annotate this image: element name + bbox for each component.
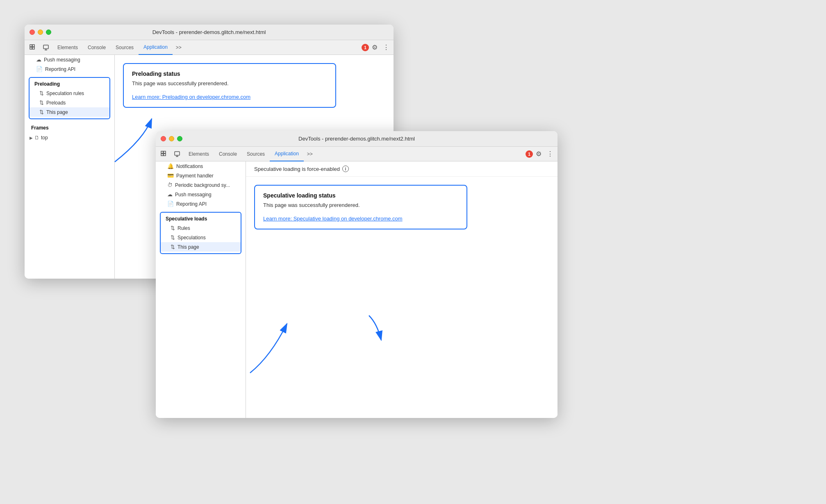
periodic-icon-2: ⏱ (167, 182, 173, 188)
preloading-status-title-1: Preloading status (132, 70, 327, 77)
frames-section-1: Frames ▶ 🗋 top (25, 123, 114, 142)
gear-icon-2[interactable]: ⚙ (533, 148, 544, 160)
traffic-lights-1 (30, 30, 51, 35)
svg-rect-3 (32, 47, 34, 49)
spec-loads-section-box-2: Speculative loads ⇅ Rules ⇅ Speculations… (160, 212, 241, 254)
close-button-2[interactable] (161, 136, 166, 141)
preloading-status-box-1: Preloading status This page was successf… (123, 63, 336, 108)
chevron-right-icon-1: ▶ (30, 136, 33, 140)
tab-sources-1[interactable]: Sources (111, 40, 139, 55)
payment-icon-2: 💳 (167, 173, 174, 179)
tab-bar-1: Elements Console Sources Application >> … (25, 40, 394, 55)
window-title-2: DevTools - prerender-demos.glitch.me/nex… (298, 136, 415, 142)
maximize-button-2[interactable] (177, 136, 182, 141)
spec-status-title-2: Speculative loading status (263, 192, 458, 199)
sidebar-this-page-1[interactable]: ⇅ This page (30, 107, 109, 117)
sidebar-item-notifications-2[interactable]: 🔔 Notifications (156, 161, 246, 171)
gear-icon-1[interactable]: ⚙ (369, 42, 380, 53)
tab-console-2[interactable]: Console (214, 147, 242, 161)
sidebar-item-push-2[interactable]: ☁ Push messaging (156, 190, 246, 199)
tab-elements-2[interactable]: Elements (184, 147, 214, 161)
sidebar-1: ☁ Push messaging 📄 Reporting API Preload… (25, 55, 115, 279)
speculations-icon-2: ⇅ (171, 234, 175, 241)
inspector-icon-1[interactable] (39, 41, 52, 54)
tab-elements-1[interactable]: Elements (52, 40, 83, 55)
sidebar-this-page-2[interactable]: ⇅ This page (161, 242, 241, 252)
push-icon-2: ☁ (167, 191, 173, 198)
tab-console-1[interactable]: Console (83, 40, 111, 55)
frames-header-1: Frames (25, 123, 114, 133)
sidebar-rules-2[interactable]: ⇅ Rules (161, 223, 241, 233)
preloading-header-1: Preloading (30, 79, 109, 89)
spec-loads-header-2: Speculative loads (161, 214, 241, 223)
error-count-1: 1 (362, 44, 369, 51)
rules-icon-2: ⇅ (171, 225, 175, 231)
speculation-rules-icon-1: ⇅ (39, 90, 44, 96)
sidebar-item-reporting-api-1[interactable]: 📄 Reporting API (25, 64, 114, 74)
spec-status-desc-2: This page was successfully prerendered. (263, 202, 458, 208)
more-options-icon-1[interactable]: ⋮ (380, 42, 392, 53)
sidebar-item-payment-2[interactable]: 💳 Payment handler (156, 171, 246, 180)
cursor-icon-2[interactable] (157, 148, 171, 161)
notifications-icon-2: 🔔 (167, 163, 174, 169)
main-content-2: Speculative loading status This page was… (246, 177, 557, 418)
devtools-body-2: 🔔 Notifications 💳 Payment handler ⏱ Peri… (156, 161, 557, 418)
sidebar-item-periodic-2[interactable]: ⏱ Periodic background sy... (156, 180, 246, 190)
titlebar-2: DevTools - prerender-demos.glitch.me/nex… (156, 131, 557, 147)
close-button-1[interactable] (30, 30, 35, 35)
main-panel-2: Speculative loading is force-enabled i S… (246, 161, 557, 418)
sidebar-speculations-2[interactable]: ⇅ Speculations (161, 233, 241, 242)
tab-sources-2[interactable]: Sources (242, 147, 270, 161)
spec-status-link-2[interactable]: Learn more: Speculative loading on devel… (263, 216, 403, 222)
minimize-button-2[interactable] (169, 136, 174, 141)
devtools-window-2: DevTools - prerender-demos.glitch.me/nex… (156, 131, 557, 418)
svg-rect-2 (30, 47, 32, 49)
tab-application-2[interactable]: Application (270, 147, 304, 161)
sidebar-item-reporting-2[interactable]: 📄 Reporting API (156, 199, 246, 209)
svg-rect-9 (161, 154, 163, 156)
info-icon-2: i (342, 166, 349, 172)
svg-rect-11 (175, 152, 180, 155)
preloading-section-box-1: Preloading ⇅ Speculation rules ⇅ Preload… (29, 77, 110, 119)
this-page-icon-2: ⇅ (171, 244, 175, 250)
sidebar-preloads-1[interactable]: ⇅ Preloads (30, 98, 109, 107)
preloads-icon-1: ⇅ (39, 100, 44, 106)
tab-more-1[interactable]: >> (173, 42, 185, 53)
frames-top-toggle-1[interactable]: ▶ 🗋 top (25, 133, 114, 142)
sidebar-2: 🔔 Notifications 💳 Payment handler ⏱ Peri… (156, 161, 246, 418)
sidebar-speculation-rules-1[interactable]: ⇅ Speculation rules (30, 89, 109, 98)
error-badge-1: 1 (362, 44, 369, 51)
more-options-icon-2[interactable]: ⋮ (544, 148, 556, 160)
tab-application-1[interactable]: Application (139, 40, 173, 55)
error-count-2: 1 (526, 150, 533, 158)
svg-rect-0 (30, 45, 32, 47)
cursor-icon-1[interactable] (26, 41, 39, 54)
reporting-icon-2: 📄 (167, 201, 174, 207)
window-title-1: DevTools - prerender-demos.glitch.me/nex… (152, 29, 266, 35)
info-bar-2: Speculative loading is force-enabled i (246, 161, 557, 177)
traffic-lights-2 (161, 136, 182, 141)
svg-rect-4 (43, 45, 48, 49)
svg-rect-1 (32, 45, 34, 47)
titlebar-1: DevTools - prerender-demos.glitch.me/nex… (25, 25, 394, 40)
inspector-icon-2[interactable] (171, 148, 184, 161)
this-page-icon-1: ⇅ (39, 109, 44, 115)
svg-rect-7 (161, 151, 163, 153)
frames-top-icon-1: 🗋 (34, 135, 39, 141)
preloading-status-link-1[interactable]: Learn more: Preloading on developer.chro… (132, 94, 250, 100)
tab-more-2[interactable]: >> (304, 149, 316, 159)
push-messaging-icon-1: ☁ (36, 57, 41, 63)
minimize-button-1[interactable] (38, 30, 43, 35)
preloading-status-desc-1: This page was successfully prerendered. (132, 80, 327, 86)
spec-status-box-2: Speculative loading status This page was… (254, 185, 467, 229)
reporting-api-icon-1: 📄 (36, 66, 43, 72)
maximize-button-1[interactable] (46, 30, 51, 35)
svg-rect-10 (164, 154, 166, 156)
sidebar-item-push-messaging-1[interactable]: ☁ Push messaging (25, 55, 114, 64)
svg-rect-8 (164, 151, 166, 153)
tab-bar-2: Elements Console Sources Application >> … (156, 147, 557, 161)
error-badge-2: 1 (526, 150, 533, 158)
